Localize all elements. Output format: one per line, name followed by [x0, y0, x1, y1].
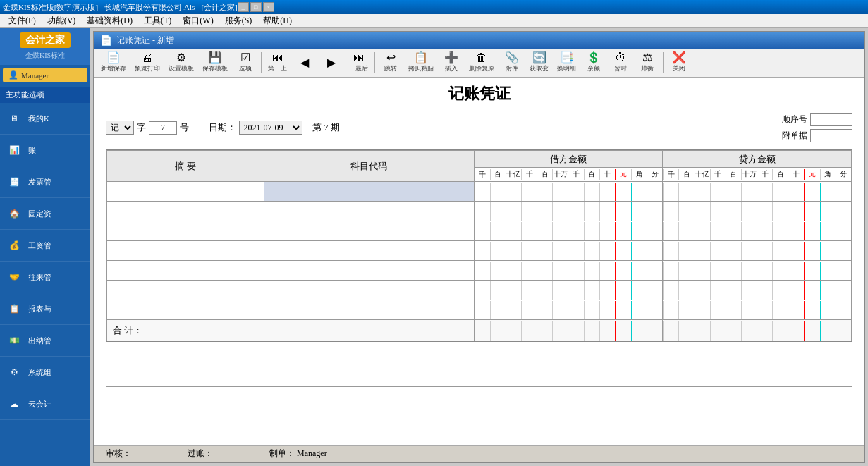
menu-basic-data[interactable]: 基础资料(D)	[81, 13, 138, 28]
voucher-number-input[interactable]	[149, 121, 177, 135]
kemu-code-cell[interactable]	[264, 305, 369, 315]
cell-zhaiyao[interactable]	[107, 221, 264, 241]
close-button[interactable]: ×	[263, 2, 274, 12]
cell-debit[interactable]	[474, 182, 663, 202]
cell-credit[interactable]	[663, 281, 852, 300]
menu-file[interactable]: 文件(F)	[3, 13, 42, 28]
kemu-name-input[interactable]	[372, 226, 471, 236]
menu-tools[interactable]: 工具(T)	[138, 13, 177, 28]
cell-debit[interactable]	[474, 281, 663, 300]
table-row[interactable]	[107, 241, 852, 261]
btn-temp[interactable]: ⏱ 暂时	[608, 50, 633, 75]
kemu-name-input[interactable]	[372, 265, 471, 276]
zhaiyao-input[interactable]	[110, 305, 261, 315]
sidebar-item-myk[interactable]: 🖥 我的K	[0, 103, 90, 135]
menu-window[interactable]: 窗口(W)	[177, 13, 219, 28]
cell-zhaiyao[interactable]	[107, 261, 264, 281]
btn-preview-print[interactable]: 🖨 预览打印	[131, 50, 164, 75]
menu-service[interactable]: 服务(S)	[219, 13, 258, 28]
btn-jump[interactable]: ↩ 跳转	[378, 50, 403, 75]
cell-credit[interactable]	[663, 221, 852, 241]
btn-balance[interactable]: 💲 余额	[581, 50, 606, 75]
kemu-code-cell[interactable]	[264, 206, 369, 216]
kemu-name-cell[interactable]	[369, 265, 474, 276]
cell-credit[interactable]	[663, 300, 852, 320]
minimize-button[interactable]: _	[238, 2, 249, 12]
btn-copy-paste[interactable]: 📋 拷贝粘贴	[405, 50, 437, 75]
sequence-input[interactable]	[810, 113, 852, 126]
attach-input[interactable]	[810, 129, 852, 142]
btn-last[interactable]: ⏭ 一最后	[346, 50, 372, 75]
date-select[interactable]: 2021-07-09	[239, 121, 302, 135]
btn-new-save[interactable]: 📄 新增保存	[97, 50, 130, 75]
table-row[interactable]	[107, 281, 852, 300]
cell-debit[interactable]	[474, 261, 663, 281]
kemu-name-cell[interactable]	[369, 226, 474, 236]
table-row[interactable]	[107, 261, 852, 281]
zhaiyao-input[interactable]	[110, 186, 261, 197]
cell-kemu[interactable]	[264, 221, 474, 241]
kemu-code-cell[interactable]	[264, 226, 369, 236]
kemu-code-cell[interactable]	[264, 186, 369, 197]
btn-get-change[interactable]: 🔄 获取变	[526, 50, 552, 75]
kemu-code-cell[interactable]	[264, 285, 369, 295]
btn-delete-restore[interactable]: 🗑 删除复原	[465, 50, 498, 75]
kemu-name-input[interactable]	[372, 305, 471, 315]
kemu-code-cell[interactable]	[264, 265, 369, 276]
cell-debit[interactable]	[474, 221, 663, 241]
cell-zhaiyao[interactable]	[107, 241, 264, 261]
kemu-name-cell[interactable]	[369, 186, 474, 197]
kemu-code-input[interactable]	[267, 186, 366, 197]
kemu-name-input[interactable]	[372, 285, 471, 295]
cell-credit[interactable]	[663, 182, 852, 202]
cell-credit[interactable]	[663, 261, 852, 281]
maximize-button[interactable]: □	[250, 2, 262, 12]
btn-close[interactable]: ❌ 关闭	[666, 50, 692, 75]
btn-save-template[interactable]: 💾 保存模板	[199, 50, 231, 75]
cell-kemu[interactable]	[264, 202, 474, 221]
kemu-code-input[interactable]	[267, 226, 366, 236]
sidebar-item-invoice[interactable]: 🧾 发票管	[0, 166, 90, 198]
kemu-code-input[interactable]	[267, 305, 366, 315]
sidebar-item-reports[interactable]: 📋 报表与	[0, 293, 90, 325]
cell-debit[interactable]	[474, 300, 663, 320]
kemu-code-input[interactable]	[267, 285, 366, 295]
table-row[interactable]	[107, 182, 852, 202]
menu-function[interactable]: 功能(V)	[42, 13, 82, 28]
btn-attachment[interactable]: 📎 附件	[499, 50, 525, 75]
sidebar-item-account[interactable]: 📊 账	[0, 135, 90, 166]
kemu-code-input[interactable]	[267, 206, 366, 216]
btn-balance2[interactable]: ⚖ 帅衡	[635, 50, 660, 75]
cell-zhaiyao[interactable]	[107, 202, 264, 221]
sidebar-item-salary[interactable]: 💰 工资管	[0, 230, 90, 262]
zhaiyao-input[interactable]	[110, 206, 261, 216]
table-row[interactable]	[107, 300, 852, 320]
zhaiyao-input[interactable]	[110, 265, 261, 276]
cell-kemu[interactable]	[264, 261, 474, 281]
kemu-name-input[interactable]	[372, 186, 471, 197]
kemu-name-cell[interactable]	[369, 285, 474, 295]
kemu-name-cell[interactable]	[369, 206, 474, 216]
cell-kemu[interactable]	[264, 281, 474, 300]
cell-kemu[interactable]	[264, 241, 474, 261]
zhaiyao-input[interactable]	[110, 245, 261, 256]
sidebar-item-cloud[interactable]: ☁ 云会计	[0, 388, 90, 420]
cell-credit[interactable]	[663, 202, 852, 221]
kemu-code-cell[interactable]	[264, 245, 369, 256]
table-row[interactable]	[107, 221, 852, 241]
kemu-name-input[interactable]	[372, 206, 471, 216]
cell-zhaiyao[interactable]	[107, 281, 264, 300]
sidebar-item-relations[interactable]: 🤝 往来管	[0, 262, 90, 293]
zhaiyao-input[interactable]	[110, 285, 261, 295]
voucher-type-select[interactable]: 记	[106, 121, 134, 135]
btn-detail[interactable]: 📑 换明细	[554, 50, 580, 75]
kemu-name-input[interactable]	[372, 245, 471, 256]
cell-zhaiyao[interactable]	[107, 182, 264, 202]
btn-insert[interactable]: ➕ 插入	[439, 50, 464, 75]
sidebar-item-system[interactable]: ⚙ 系统组	[0, 357, 90, 388]
btn-options[interactable]: ☑ 选项	[233, 50, 258, 75]
table-row[interactable]	[107, 202, 852, 221]
cell-kemu[interactable]	[264, 182, 474, 202]
btn-next[interactable]: ▶	[319, 55, 344, 70]
menu-help[interactable]: 帮助(H)	[257, 13, 298, 28]
